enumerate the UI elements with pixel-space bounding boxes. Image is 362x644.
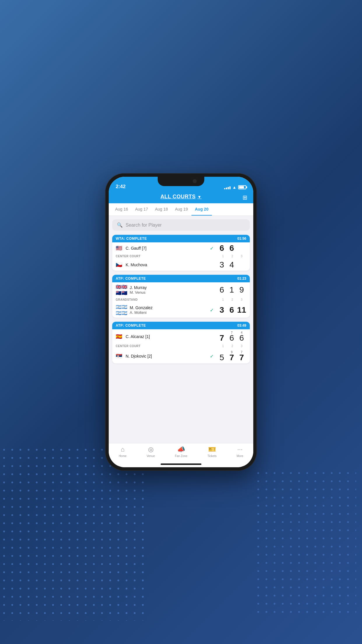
content-area: 🔍 Search for Player WTA: COMPLETE 01:56 … (109, 216, 253, 443)
battery-icon (238, 185, 246, 189)
score-djokovic-s1: 5 (217, 354, 226, 362)
score-gm-s3: 11 (237, 306, 246, 314)
nav-tickets-label: Tickets (208, 454, 217, 458)
phone-device: 2:42 ▲ ALL COURTS ▼ ⊞ (105, 173, 257, 471)
nav-fanzone[interactable]: 📣 Fan Zone (175, 446, 187, 458)
match-card-wta: WTA: COMPLETE 01:56 C. Gauff [7] ✓ 6 6 (112, 235, 250, 271)
set-num-3-atp2: 3 (237, 344, 246, 348)
court-name-atp2: Center Court (116, 344, 218, 348)
set-num-1-atp1: 1 (218, 298, 228, 301)
set-num-1-atp2: 1 (218, 344, 228, 348)
flag-es-alcaraz (116, 333, 123, 340)
player-row-alcaraz[interactable]: C. Alcaraz [1] 7 7 6 4 6 (112, 329, 250, 344)
player-row-gonzalez-molteni[interactable]: 🇦🇷 🇦🇷 M. Gonzalez A. Molteni ✓ 3 6 11 (112, 302, 250, 318)
tab-aug20[interactable]: Aug 20 (191, 203, 212, 216)
flag-ar-molteni: 🇦🇷 (116, 310, 127, 316)
player-name-venus: M. Venus (130, 290, 216, 295)
score-gm-s2: 6 (227, 306, 236, 314)
tickets-icon: 🎫 (208, 446, 216, 453)
tab-aug16[interactable]: Aug 16 (112, 203, 131, 216)
layout-icon[interactable]: ⊞ (242, 194, 247, 201)
super-alcaraz-s3: 4 (241, 331, 242, 334)
scores-gauff: 6 6 (217, 244, 246, 252)
court-name-atp1: Grandstand (116, 298, 218, 301)
match-type-wta: WTA: COMPLETE (116, 237, 147, 241)
set-num-2-atp1: 2 (228, 298, 237, 301)
set-num-2-atp2: 2 (228, 344, 237, 348)
match-header-wta: WTA: COMPLETE 01:56 (112, 235, 250, 242)
set-num-3-atp1: 3 (237, 298, 246, 301)
player-row-muchova[interactable]: K. Muchova 3 4 (112, 259, 250, 271)
score-mv-s3: 9 (237, 286, 246, 294)
scores-gonzalez-molteni: 3 6 11 (217, 306, 246, 314)
player-row-murray-venus[interactable]: 🇬🇧 🇳🇿 J. Murray M. Venus 6 1 9 (112, 282, 250, 298)
phone-notch (158, 177, 204, 186)
score-alcaraz-s3: 6 (239, 333, 244, 342)
search-bar[interactable]: 🔍 Search for Player (112, 219, 250, 231)
match-time-atp2: 03:49 (237, 323, 246, 328)
match-body-atp2: C. Alcaraz [1] 7 7 6 4 6 (112, 329, 250, 363)
super-djokovic-s3: 7 (241, 351, 242, 354)
nav-home[interactable]: ⌂ Home (119, 446, 126, 458)
winner-check-gauff: ✓ (210, 246, 214, 251)
nav-venue[interactable]: ◎ Venue (147, 446, 155, 458)
player-name-gauff: C. Gauff [7] (126, 246, 210, 251)
status-time: 2:42 (116, 184, 126, 190)
super-alcaraz-s2: 7 (231, 331, 233, 334)
wifi-icon: ▲ (232, 185, 236, 190)
phone-screen: 2:42 ▲ ALL COURTS ▼ ⊞ (109, 177, 253, 467)
set-num-1-wta: 1 (218, 255, 228, 258)
header-title-text: ALL COURTS (160, 194, 196, 200)
player-name-murray: J. Murray (130, 285, 216, 290)
match-card-atp2: ATP: COMPLETE 03:49 C. Alcaraz [1] 7 7 6 (112, 322, 250, 363)
home-bar (161, 463, 201, 465)
super-djokovic-s2: 9 (231, 351, 233, 354)
player-name-muchova: K. Muchova (126, 262, 216, 267)
scores-muchova: 3 4 (217, 261, 246, 269)
score-gm-s1: 3 (217, 306, 226, 314)
nav-more[interactable]: ··· More (237, 446, 243, 458)
court-name-wta: CENTER COURT (116, 255, 218, 258)
flag-us-gauff (116, 245, 123, 251)
court-selector[interactable]: ALL COURTS ▼ (160, 194, 201, 200)
score-gauff-s2: 6 (227, 244, 236, 252)
player-row-djokovic[interactable]: N. Djokovic [2] ✓ 5 9 7 7 7 (112, 349, 250, 363)
nav-tickets[interactable]: 🎫 Tickets (208, 446, 217, 458)
app-header: ALL COURTS ▼ ⊞ (109, 191, 253, 203)
court-row-atp2: Center Court 1 2 3 (112, 344, 250, 349)
search-input[interactable]: Search for Player (126, 223, 162, 228)
flag-nz-venus: 🇳🇿 (116, 290, 127, 296)
tab-aug18[interactable]: Aug 18 (152, 203, 171, 216)
player-name-molteni: A. Molteni (130, 310, 210, 315)
flag-ar-gonzalez: 🇦🇷 (116, 304, 127, 310)
player-row-gauff[interactable]: C. Gauff [7] ✓ 6 6 (112, 242, 250, 254)
score-djokovic-s2-super: 9 7 (227, 354, 236, 362)
match-header-atp2: ATP: COMPLETE 03:49 (112, 322, 250, 329)
score-alcaraz-s2-super: 7 6 (227, 334, 236, 342)
score-muchova-s1: 3 (217, 261, 226, 269)
set-num-2-wta: 2 (228, 255, 237, 258)
score-alcaraz-s2: 6 (229, 333, 234, 342)
match-time-wta: 01:56 (237, 237, 246, 241)
home-indicator (109, 463, 253, 467)
venue-icon: ◎ (148, 446, 154, 453)
court-row-wta: CENTER COURT 1 2 3 (112, 254, 250, 259)
set-num-3-wta: 3 (237, 255, 246, 258)
search-icon: 🔍 (117, 222, 123, 228)
scores-alcaraz: 7 7 6 4 6 (217, 334, 246, 342)
tab-aug17[interactable]: Aug 17 (131, 203, 151, 216)
flag-rs-djokovic (116, 353, 123, 359)
nav-home-label: Home (119, 454, 126, 458)
bottom-nav: ⌂ Home ◎ Venue 📣 Fan Zone 🎫 Tickets ··· … (109, 443, 253, 463)
score-djokovic-s2: 7 (229, 353, 234, 362)
flag-cz-muchova (116, 262, 123, 268)
match-header-atp1: ATP: COMPLETE 01:23 (112, 275, 250, 282)
status-icons: ▲ (224, 185, 246, 190)
tab-aug19[interactable]: Aug 19 (171, 203, 191, 216)
court-row-atp1: Grandstand 1 2 3 (112, 298, 250, 302)
match-type-atp2: ATP: COMPLETE (116, 323, 146, 328)
score-mv-s1: 6 (217, 286, 226, 294)
score-djokovic-s3-super: 7 7 (237, 354, 246, 362)
nav-venue-label: Venue (147, 454, 155, 458)
date-tabs: Aug 16 Aug 17 Aug 18 Aug 19 Aug 20 (109, 203, 253, 216)
